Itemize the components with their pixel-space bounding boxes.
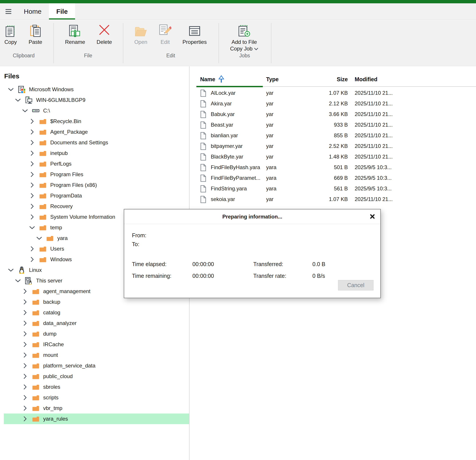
- tree-item-agent-package[interactable]: Agent_Package: [0, 127, 189, 137]
- file-row-sekoia-yar[interactable]: sekoia.yaryar1.07 KB2025/11/10 21...: [189, 194, 476, 205]
- chevron-right-icon[interactable]: [29, 201, 35, 212]
- tree-item-platform-service-data[interactable]: platform_service_data: [0, 360, 189, 371]
- chevron-right-icon[interactable]: [22, 329, 28, 339]
- tree-item-label: Users: [50, 246, 64, 252]
- file-row-findstring-yara[interactable]: FindString.yarayara561 B2025/9/5 10:3...: [189, 184, 476, 194]
- chevron-right-icon[interactable]: [22, 360, 28, 371]
- file-row-bitpaymer-yar[interactable]: bitpaymer.yaryar2.52 KB2025/11/10 21...: [189, 141, 476, 152]
- sorted-column-underline: [196, 86, 263, 87]
- chevron-right-icon[interactable]: [29, 254, 35, 265]
- dialog-close-button[interactable]: [368, 212, 376, 221]
- tree-item-scripts[interactable]: scripts: [0, 392, 189, 403]
- chevron-right-icon[interactable]: [22, 403, 28, 414]
- chevron-right-icon[interactable]: [22, 350, 28, 360]
- chevron-right-icon[interactable]: [22, 286, 28, 297]
- chevron-right-icon[interactable]: [22, 339, 28, 350]
- chevron-right-icon[interactable]: [29, 180, 35, 190]
- column-header-name[interactable]: Name: [200, 76, 215, 83]
- file-type: yar: [266, 196, 273, 202]
- tree-item-yara-rules[interactable]: yara_rules: [0, 414, 189, 424]
- chevron-right-icon[interactable]: [29, 212, 35, 222]
- tree-item-label: Microsoft Windows: [29, 86, 74, 93]
- tree-item-win-6glm8jlbgp9[interactable]: WIN-6GLM8JLBGP9: [0, 95, 189, 105]
- file-name: FindFileByHash.yara: [211, 164, 260, 170]
- tree-item-label: PerfLogs: [50, 161, 71, 167]
- file-row-beast-yar[interactable]: Beast.yaryar933 B2025/11/10 21...: [189, 120, 476, 130]
- chevron-right-icon[interactable]: [29, 244, 35, 254]
- tree-item-perflogs[interactable]: PerfLogs: [0, 159, 189, 169]
- tree-item-documents-and-settings[interactable]: Documents and Settings: [0, 137, 189, 148]
- tree-item-inetpub[interactable]: inetpub: [0, 148, 189, 159]
- ribbon-button-add-to-file-copy-job[interactable]: Add to FileCopy Job: [226, 22, 262, 56]
- chevron-down-icon[interactable]: [36, 233, 42, 244]
- ribbon-button-rename[interactable]: Rename: [64, 22, 86, 56]
- chevron-right-icon[interactable]: [22, 318, 28, 329]
- main-menu-button[interactable]: [5, 9, 11, 14]
- file-row-bianlian-yar[interactable]: bianlian.yaryar855 B2025/11/10 21...: [189, 130, 476, 141]
- tree-item-program-files-x86-[interactable]: Program Files (x86): [0, 180, 189, 190]
- tab-home[interactable]: Home: [20, 3, 45, 19]
- chevron-right-icon[interactable]: [22, 392, 28, 403]
- folder-icon: [39, 116, 46, 127]
- tree-item-label: $Recycle.Bin: [50, 118, 81, 124]
- ribbon-button-open: Open: [131, 22, 151, 56]
- chevron-right-icon[interactable]: [22, 371, 28, 382]
- tree-item-vbr-tmp[interactable]: vbr_tmp: [0, 403, 189, 414]
- ribbon-button-paste[interactable]: Paste: [26, 22, 45, 56]
- file-modified: 2025/11/10 21...: [355, 143, 393, 149]
- tree-item--recycle-bin[interactable]: $Recycle.Bin: [0, 116, 189, 127]
- chevron-right-icon[interactable]: [29, 127, 35, 137]
- cancel-button[interactable]: Cancel: [338, 280, 374, 290]
- chevron-down-icon[interactable]: [8, 265, 14, 275]
- tree-item-c-[interactable]: C:\: [0, 105, 189, 116]
- chevron-down-icon[interactable]: [8, 84, 14, 95]
- chevron-down-icon[interactable]: [29, 222, 35, 233]
- column-header-type[interactable]: Type: [266, 76, 279, 83]
- file-row-findfilebyparamet-[interactable]: FindFileByParamet...yara669 B2025/9/5 10…: [189, 173, 476, 184]
- column-header-size[interactable]: Size: [304, 76, 348, 83]
- file-size: 561 B: [304, 186, 348, 192]
- file-row-akira-yar[interactable]: Akira.yaryar2.12 KB2025/11/10 21...: [189, 99, 476, 109]
- tree-item-data-analyzer[interactable]: data_analyzer: [0, 318, 189, 329]
- tree-item-backup[interactable]: backup: [0, 297, 189, 307]
- preparing-information-dialog: Preparing information... From: To: Time …: [124, 209, 381, 298]
- chevron-right-icon[interactable]: [22, 382, 28, 392]
- file-row-babuk-yar[interactable]: Babuk.yaryar3.66 KB2025/11/10 21...: [189, 109, 476, 120]
- chevron-right-icon[interactable]: [29, 190, 35, 201]
- ribbon-button-properties[interactable]: Properties: [181, 22, 209, 56]
- tab-file[interactable]: File: [49, 3, 75, 19]
- chevron-right-icon[interactable]: [29, 137, 35, 148]
- chevron-down-icon[interactable]: [22, 105, 28, 116]
- tree-item-label: platform_service_data: [43, 363, 95, 369]
- chevron-right-icon[interactable]: [22, 307, 28, 318]
- tree-item-program-files[interactable]: Program Files: [0, 169, 189, 180]
- file-row-blackbyte-yar[interactable]: BlackByte.yaryar1.48 KB2025/11/10 21...: [189, 152, 476, 162]
- chevron-right-icon[interactable]: [22, 414, 28, 424]
- tree-item-dump[interactable]: dump: [0, 329, 189, 339]
- chevron-right-icon[interactable]: [29, 148, 35, 159]
- tree-item-programdata[interactable]: ProgramData: [0, 190, 189, 201]
- ribbon-button-delete[interactable]: Delete: [94, 22, 115, 56]
- tree-item-sbroles[interactable]: sbroles: [0, 382, 189, 392]
- tree-item-ircache[interactable]: IRCache: [0, 339, 189, 350]
- file-size: 855 B: [304, 132, 348, 139]
- file-row-findfilebyhash-yara[interactable]: FindFileByHash.yarayara501 B2025/9/5 10:…: [189, 162, 476, 173]
- chevron-right-icon[interactable]: [29, 159, 35, 169]
- file-modified: 2025/11/10 21...: [355, 196, 393, 202]
- tree-item-mount[interactable]: mount: [0, 350, 189, 360]
- tree-item-catalog[interactable]: catalog: [0, 307, 189, 318]
- chevron-down-icon[interactable]: [15, 275, 21, 286]
- tab-file-label: File: [56, 8, 68, 15]
- chevron-right-icon[interactable]: [22, 297, 28, 307]
- tree-item-public-cloud[interactable]: public_cloud: [0, 371, 189, 382]
- tree-item-microsoft-windows[interactable]: Microsoft Windows: [0, 84, 189, 95]
- column-header-modified[interactable]: Modified: [355, 76, 377, 83]
- chevron-down-icon[interactable]: [15, 95, 21, 105]
- ribbon-button-edit: Edit: [155, 22, 175, 56]
- tree-item-label: Recovery: [50, 203, 73, 209]
- chevron-right-icon[interactable]: [29, 116, 35, 127]
- ribbon-button-copy[interactable]: Copy: [1, 22, 20, 56]
- ribbon-button-label: Edit: [155, 39, 175, 45]
- file-row-allock-yar[interactable]: AlLock.yaryar1.07 KB2025/11/10 21...: [189, 88, 476, 99]
- chevron-right-icon[interactable]: [29, 169, 35, 180]
